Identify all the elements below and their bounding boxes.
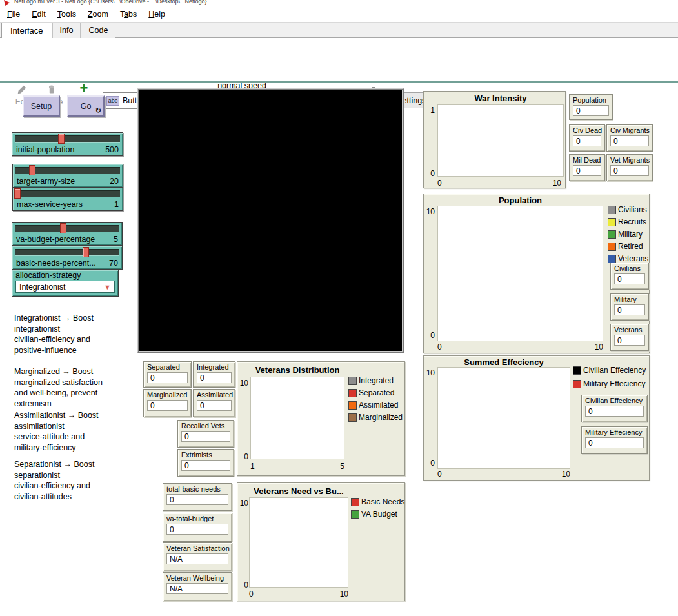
slider-initial-population[interactable]: initial-population500 [12,132,123,156]
go-button[interactable]: Go ↻ [67,95,105,117]
legend-swatch-icon [348,401,357,410]
slider-track[interactable] [15,249,119,255]
slider-handle[interactable] [58,134,65,144]
tab-code[interactable]: Code [81,23,115,39]
monitor-population: Population 0 [569,94,613,120]
monitor-value: 0 [585,437,644,448]
plot-war-intensity: War Intensity 1 0 0 10 [423,91,566,188]
trash-icon [46,84,57,95]
monitor-label: Military [614,295,645,303]
chooser-label: allocation-strategy [15,271,115,280]
legend-swatch-icon [348,413,357,422]
population-legend: CiviliansRecruitsMilitaryRetiredVeterans [608,205,648,266]
slider-basic-needs-percent[interactable]: basic-needs-percent...70 [12,246,123,270]
legend-label: Retired [618,242,643,251]
chooser-select[interactable]: Integrationist ▼ [15,281,115,293]
slider-value: 20 [110,177,119,186]
monitor-label: total-basic-needs [166,485,228,493]
y-axis-min: 0 [237,581,248,590]
veterans-distribution-legend: IntegratedSeparatedAssimilatedMarginaliz… [348,376,403,425]
legend-label: Marginalized [359,413,403,422]
plot-title: Population [437,195,603,205]
menu-tabs[interactable]: Tabs [114,8,143,21]
note-integrationist: Integrationist → Boost integrationist ci… [14,313,129,355]
legend-swatch-icon [608,255,616,263]
plot-area [250,377,344,459]
world-view[interactable] [137,88,404,353]
menu-zoom[interactable]: Zoom [82,8,114,21]
monitor-veteran-wellbeing: Veteran Wellbeing N/A [163,572,232,601]
summed-effeciency-legend: Civilian EffeciencyMilitary Effeciency [573,366,646,393]
slider-value: 500 [105,145,119,154]
monitor-label: Integrated [197,363,232,371]
slider-max-service-years[interactable]: max-service-years1 [12,187,123,211]
legend-entry-separated: Separated [348,388,403,397]
netlogo-window: NetLogo mil ver 3 - NetLogo {C:\Users\..… [0,0,678,616]
legend-swatch-icon [608,218,616,226]
monitor-value: 0 [181,431,230,442]
menu-file[interactable]: File [1,8,26,21]
setup-button[interactable]: Setup [23,95,60,117]
legend-entry-assimilated: Assimilated [348,401,403,410]
slider-value: 70 [109,259,118,268]
toolbar-bottom-divider [0,81,678,83]
tab-interface[interactable]: Interface [1,23,52,39]
slider-track[interactable] [15,190,120,197]
slider-va-budget-percentage[interactable]: va-budget-percentage5 [12,222,123,246]
tab-info[interactable]: Info [52,23,81,39]
monitor-military-effeciency: Military Effeciency 0 [581,426,648,454]
chooser-arrow-icon: ▼ [104,283,111,291]
legend-label: VA Budget [361,510,397,519]
menu-edit[interactable]: Edit [26,8,52,21]
monitor-label: Vet Migrants [610,156,649,164]
slider-handle[interactable] [14,188,21,199]
monitor-label: va-total-budget [166,515,228,522]
plot-title: Veterans Need vs Bu... [237,486,360,496]
interface-toolbar: Edit Delete + Add abc Button ▼ normal sp… [0,38,678,81]
slider-target-army-size[interactable]: target-army-size20 [12,164,123,188]
slider-handle[interactable] [60,223,66,233]
y-axis-min: 0 [424,459,435,468]
legend-entry-civilians: Civilians [608,205,648,214]
legend-label: Recruits [618,217,646,226]
menu-help[interactable]: Help [143,8,171,21]
x-axis-max: 10 [323,590,348,599]
monitor-label: Marginalized [147,391,188,399]
slider-track[interactable] [15,135,120,142]
chooser-allocation-strategy[interactable]: allocation-strategy Integrationist ▼ [12,270,119,297]
monitor-total-basic-needs: total-basic-needs 0 [163,483,232,511]
legend-label: Civilian Effeciency [583,366,646,375]
monitor-label: Extrimists [181,451,230,459]
monitor-recalled-vets: Recalled Vets 0 [177,420,234,448]
monitor-value: 0 [610,165,649,176]
note-separationist: Separationist → Boost separationist civi… [14,459,129,502]
monitor-label: Civilians [614,264,645,272]
legend-swatch-icon [608,243,616,251]
monitor-civ-migrants: Civ Migrants 0 [606,124,653,152]
monitor-label: Population [573,96,609,104]
slider-track[interactable] [15,167,120,174]
monitor-label: Civ Migrants [610,126,649,134]
x-axis-max: 10 [535,179,561,188]
x-axis-min: 0 [437,179,442,188]
y-axis-max: 10 [237,379,248,388]
x-axis-min: 0 [249,590,254,599]
go-label: Go [81,102,92,111]
monitor-veteran-satisfaction: Veteran Satisfaction N/A [163,542,232,571]
menu-tools[interactable]: Tools [52,8,82,21]
plot-area [437,367,570,469]
monitor-separated: Separated 0 [143,361,192,388]
slider-label: max-service-years [17,200,83,209]
slider-track[interactable] [15,225,119,232]
monitor-value: 0 [147,400,188,411]
monitor-value: 0 [197,400,232,411]
slider-handle[interactable] [29,165,35,175]
monitor-marginalized: Marginalized 0 [143,389,192,417]
slider-handle[interactable] [83,247,89,257]
setup-label: Setup [31,102,52,111]
y-axis-max: 10 [237,499,248,508]
y-axis-min: 0 [237,452,248,461]
x-axis-min: 0 [437,470,442,479]
monitor-integrated: Integrated 0 [193,361,235,388]
y-axis-max: 10 [424,207,435,216]
